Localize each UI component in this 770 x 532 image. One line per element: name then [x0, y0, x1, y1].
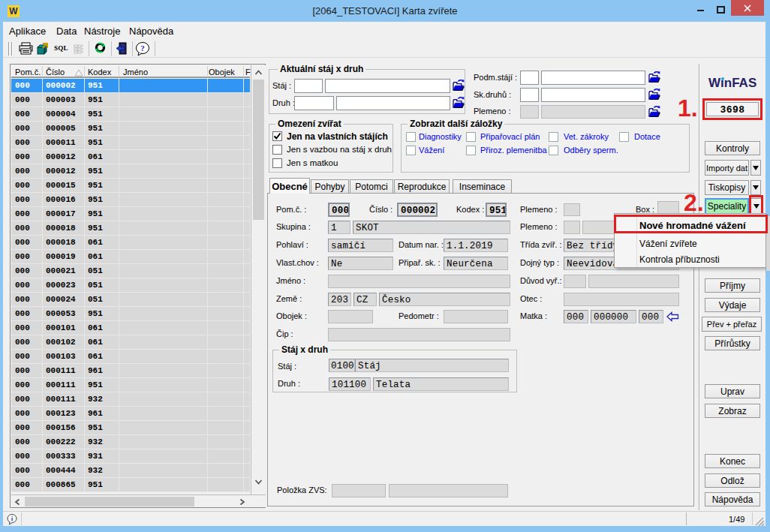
svg-text:?: ? [140, 44, 145, 53]
